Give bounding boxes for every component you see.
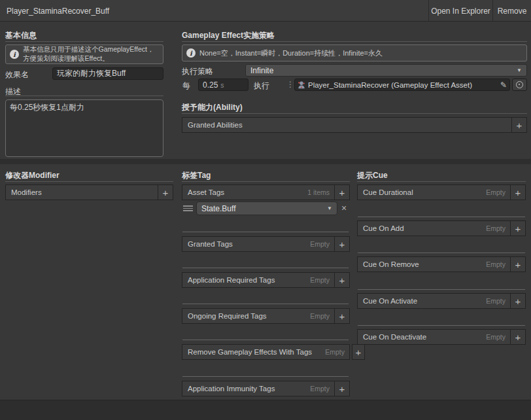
add-button[interactable]: + <box>334 381 349 396</box>
application-required-tags-list: Application Required Tags Empty + <box>182 272 350 288</box>
empty-badge: Empty <box>310 240 334 248</box>
granted-abilities-list: Granted Abilities + <box>182 117 527 133</box>
remove-tag-button[interactable]: × <box>341 203 347 213</box>
add-button[interactable]: + <box>158 185 173 200</box>
add-button[interactable]: + <box>510 185 525 200</box>
list-label: Asset Tags <box>182 188 307 196</box>
add-button[interactable]: + <box>334 273 349 287</box>
execute-label: 执行 <box>254 80 269 92</box>
list-label: Application Required Tags <box>182 276 310 284</box>
asset-tag-value: State.Buff <box>201 204 235 213</box>
add-button[interactable]: + <box>334 237 349 251</box>
interval-input[interactable]: 0.25 s <box>198 79 248 91</box>
empty-badge: Empty <box>325 348 349 356</box>
execution-policy-dropdown[interactable]: Infinite ▼ <box>245 64 527 77</box>
group-divider <box>182 232 349 232</box>
item-count-badge: 1 items <box>307 188 334 196</box>
divider <box>5 181 173 182</box>
divider <box>5 41 163 42</box>
empty-badge: Empty <box>486 297 510 305</box>
object-picker-icon <box>516 81 523 88</box>
edit-pencil-icon[interactable]: ✎ <box>500 80 507 90</box>
add-button[interactable]: + <box>511 118 526 132</box>
add-button[interactable]: + <box>334 185 349 200</box>
application-immunity-tags-list: Application Immunity Tags Empty + <box>182 381 350 396</box>
interval-unit: s <box>220 81 224 89</box>
group-divider <box>182 268 349 268</box>
implementation-help-text: None=空，Instant=瞬时，Duration=持续性，Infinite=… <box>199 48 383 58</box>
cue-on-deactivate-list: Cue On Deactivate Empty + <box>357 329 526 345</box>
empty-badge: Empty <box>310 276 334 284</box>
list-label: Granted Abilities <box>182 121 511 129</box>
execution-policy-label: 执行策略 <box>182 66 213 77</box>
group-divider <box>358 289 525 290</box>
modifier-header: 修改器Modifier <box>5 170 60 181</box>
add-button[interactable]: + <box>510 294 525 308</box>
description-textarea[interactable]: 每0.25秒恢复1点耐力 <box>5 99 163 157</box>
implementation-header: Gameplay Effect实施策略 <box>182 30 275 41</box>
empty-badge: Empty <box>486 224 510 232</box>
remove-button[interactable]: Remove <box>492 0 531 22</box>
modifiers-list: Modifiers + <box>5 184 173 200</box>
group-divider <box>358 325 525 326</box>
drag-handle-icon[interactable] <box>183 205 193 211</box>
asset-tag-dropdown[interactable]: State.Buff ▼ <box>196 201 337 215</box>
cue-durational-list: Cue Durational Empty + <box>357 184 526 200</box>
list-label: Modifiers <box>6 188 158 196</box>
chevron-down-icon: ▼ <box>327 205 332 211</box>
title-bar: Player_StaminaRecover_Buff Open In Explo… <box>0 0 531 22</box>
cue-on-remove-list: Cue On Remove Empty + <box>357 256 526 272</box>
asset-title: Player_StaminaRecover_Buff <box>7 0 109 22</box>
effect-asset-name: Player_StaminaRecover (Gameplay Effect A… <box>308 81 498 89</box>
cue-header: 提示Cue <box>357 170 388 181</box>
list-label: Cue On Add <box>358 224 486 232</box>
gameplay-effect-inspector: Player_StaminaRecover_Buff Open In Explo… <box>0 0 531 420</box>
add-button[interactable]: + <box>352 344 365 360</box>
list-label: Granted Tags <box>182 240 310 248</box>
divider <box>357 181 526 182</box>
group-divider <box>358 217 525 217</box>
asset-tags-list: Asset Tags 1 items + <box>182 184 350 200</box>
divider <box>182 113 527 114</box>
add-button[interactable]: + <box>510 257 525 271</box>
list-label: Remove Gameplay Effects With Tags <box>182 348 325 356</box>
group-divider <box>182 304 349 304</box>
add-button[interactable]: + <box>510 330 525 344</box>
list-label: Cue Durational <box>358 188 486 196</box>
list-label: Cue On Remove <box>358 260 486 268</box>
group-divider <box>182 340 349 340</box>
empty-badge: Empty <box>310 385 334 393</box>
execution-policy-value: Infinite <box>250 66 273 75</box>
interval-value: 0.25 <box>203 80 218 90</box>
list-label: Application Immunity Tags <box>182 385 310 393</box>
divider <box>182 41 527 42</box>
empty-badge: Empty <box>486 333 510 341</box>
effect-name-label: 效果名 <box>5 69 29 80</box>
implementation-helpbox: i None=空，Instant=瞬时，Duration=持续性，Infinit… <box>182 44 527 61</box>
add-button[interactable]: + <box>334 309 349 323</box>
empty-badge: Empty <box>486 260 510 268</box>
list-label: Cue On Activate <box>358 297 486 305</box>
effect-asset-object-field[interactable]: Player_StaminaRecover (Gameplay Effect A… <box>294 79 510 91</box>
granted-ability-header: 授予能力(Ability) <box>182 102 243 113</box>
divider <box>5 96 163 96</box>
add-button[interactable]: + <box>510 221 525 236</box>
divider <box>182 181 350 182</box>
basic-info-help-text: 基本信息只用于描述这个GameplayEffect，方便策划阅读理解该Effec… <box>23 45 159 63</box>
group-divider <box>182 376 349 377</box>
more-options-icon[interactable]: ⋮ <box>286 80 294 88</box>
effect-name-input[interactable]: 玩家的耐力恢复Buff <box>52 67 163 80</box>
tag-header: 标签Tag <box>182 170 211 181</box>
cue-on-add-list: Cue On Add Empty + <box>357 220 526 236</box>
empty-badge: Empty <box>486 188 510 196</box>
object-picker-button[interactable] <box>512 79 527 91</box>
gameplay-effect-asset-icon <box>297 80 306 90</box>
cue-on-activate-list: Cue On Activate Empty + <box>357 293 526 309</box>
footer-area <box>0 400 531 420</box>
ongoing-required-tags-list: Ongoing Required Tags Empty + <box>182 308 350 324</box>
list-label: Ongoing Required Tags <box>182 312 310 320</box>
basic-info-helpbox: i 基本信息只用于描述这个GameplayEffect，方便策划阅读理解该Eff… <box>5 44 163 64</box>
info-icon: i <box>186 48 196 58</box>
info-icon: i <box>10 50 19 59</box>
open-in-explorer-button[interactable]: Open In Explorer <box>428 0 492 22</box>
